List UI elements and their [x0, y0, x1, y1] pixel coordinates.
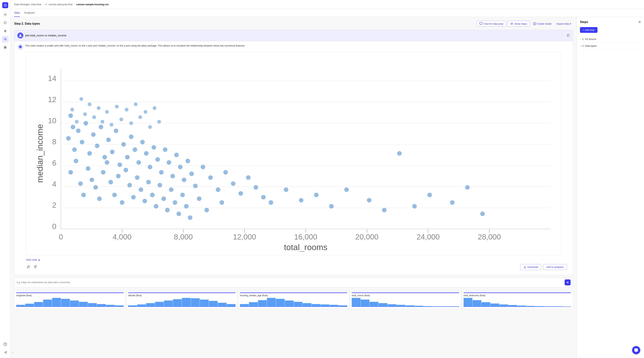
copy-icon[interactable]	[567, 34, 570, 37]
chat-fab-button[interactable]	[632, 346, 640, 354]
breadcrumb-part2[interactable]: canvas-data-prep.flow	[48, 3, 72, 6]
chat-input-row	[14, 277, 573, 288]
svg-point-104	[165, 208, 170, 212]
step-header: Step 2. Data types Chat for data prep	[14, 21, 573, 27]
user-message-text: plot total_rooms vs median_income	[25, 34, 565, 37]
chart-svg: median_income 0 2 4 6 8 10 12 14	[29, 55, 558, 252]
svg-point-10	[5, 345, 5, 345]
svg-point-133	[329, 204, 334, 209]
thumbs-up-button[interactable]	[26, 264, 31, 270]
breadcrumb-part3: canvas-sample-housing.csv	[76, 3, 109, 6]
svg-point-136	[382, 208, 386, 212]
view-code-row[interactable]: View code ▲	[17, 257, 570, 263]
column-longitude: longitude (float)	[14, 291, 126, 309]
user-message: plot total_rooms vs median_income	[14, 30, 573, 41]
svg-point-155	[125, 108, 128, 111]
svg-text:20,000: 20,000	[356, 233, 378, 241]
user-avatar	[17, 32, 23, 38]
svg-point-151	[105, 110, 109, 114]
nav-icon-refresh[interactable]	[2, 19, 8, 26]
svg-point-119	[208, 175, 213, 180]
ai-avatar	[17, 44, 23, 50]
add-to-analyses-button[interactable]: Add to analyses	[543, 264, 567, 270]
tab-bar: Data Analyses	[10, 9, 644, 17]
svg-point-134	[344, 187, 349, 192]
ai-message-header: The code creates a scatter plot with 'to…	[17, 44, 570, 50]
svg-point-149	[97, 106, 100, 110]
close-steps-button[interactable]: ✕	[638, 20, 641, 24]
svg-point-123	[220, 200, 224, 205]
svg-point-79	[125, 155, 130, 159]
step-item-data-types[interactable]: › 2. Data types	[580, 42, 641, 49]
nav-icon-gear[interactable]	[2, 11, 8, 18]
nav-icon-toggle[interactable]	[2, 44, 8, 51]
svg-point-120	[204, 208, 209, 212]
add-step-button[interactable]: + Add step	[580, 27, 598, 33]
svg-point-135	[367, 198, 371, 203]
column-total-rooms: total_rooms (float)	[350, 291, 461, 309]
svg-point-84	[128, 183, 132, 187]
svg-point-102	[161, 197, 166, 201]
create-model-button[interactable]: Create model	[531, 21, 553, 26]
content-area: Step 2. Data types Chat for data prep	[10, 17, 644, 358]
step-label-s3: 1. S3 Source	[582, 38, 596, 40]
show-steps-button[interactable]: Show steps	[508, 21, 530, 27]
x-axis-label: total_rooms	[284, 243, 328, 252]
svg-point-86	[131, 195, 136, 199]
svg-point-15	[20, 34, 21, 36]
svg-text:0: 0	[59, 233, 63, 241]
chat-input[interactable]	[16, 281, 563, 284]
send-button[interactable]	[564, 279, 570, 285]
thumbs-down-button[interactable]	[33, 264, 38, 270]
svg-point-59	[88, 151, 92, 156]
download-button[interactable]: Download	[520, 264, 542, 270]
svg-point-144	[75, 120, 79, 124]
svg-point-88	[135, 175, 139, 180]
svg-point-103	[170, 174, 175, 178]
svg-point-124	[231, 181, 235, 186]
nav-icon-signout[interactable]	[2, 349, 8, 356]
total-rooms-bar-chart	[352, 298, 459, 307]
nav-icon-help[interactable]	[2, 341, 8, 348]
svg-point-72	[105, 160, 109, 165]
svg-point-117	[200, 165, 205, 169]
tab-analyses[interactable]: Analyses	[24, 9, 35, 17]
svg-text:4,000: 4,000	[113, 233, 132, 241]
svg-point-3	[5, 31, 6, 31]
svg-point-71	[110, 150, 114, 154]
svg-point-55	[80, 140, 84, 144]
svg-point-65	[98, 125, 103, 129]
svg-point-63	[95, 144, 99, 148]
nav-icon-asterisk[interactable]	[2, 28, 8, 34]
svg-point-96	[150, 193, 154, 197]
column-total-bedrooms: total_bedrooms (float)	[462, 291, 573, 309]
svg-point-74	[108, 180, 113, 184]
y-axis-label: median_income	[35, 124, 44, 183]
svg-point-60	[81, 193, 86, 197]
expand-sidebar-button[interactable]: ›	[10, 350, 15, 354]
svg-text:10: 10	[48, 116, 56, 125]
step-item-s3-source[interactable]: › 1. S3 Source	[580, 36, 641, 42]
svg-point-87	[140, 140, 145, 144]
svg-point-157	[134, 102, 138, 106]
svg-point-145	[80, 97, 83, 101]
svg-point-113	[190, 172, 194, 176]
steps-header: Steps ✕	[580, 20, 641, 24]
svg-point-126	[246, 175, 250, 180]
export-data-button[interactable]: Export data ▾	[555, 21, 573, 26]
breadcrumb-part1[interactable]: Data Wrangler: Data flow	[14, 3, 41, 6]
nav-icon-list[interactable]	[2, 36, 8, 42]
svg-text:8: 8	[52, 137, 56, 146]
svg-point-147	[88, 102, 92, 106]
svg-point-146	[83, 112, 87, 116]
feedback-row: Download Add to analyses	[17, 263, 570, 272]
svg-point-101	[166, 160, 171, 165]
svg-point-148	[92, 115, 96, 119]
chat-for-data-prep-button[interactable]: Chat for data prep	[477, 21, 506, 27]
view-code-chevron: ▲	[38, 258, 40, 261]
svg-point-132	[314, 193, 318, 197]
svg-point-153	[115, 105, 118, 108]
flow-icon: ⇄	[45, 3, 47, 6]
tab-data[interactable]: Data	[14, 9, 20, 17]
svg-point-99	[163, 147, 167, 152]
